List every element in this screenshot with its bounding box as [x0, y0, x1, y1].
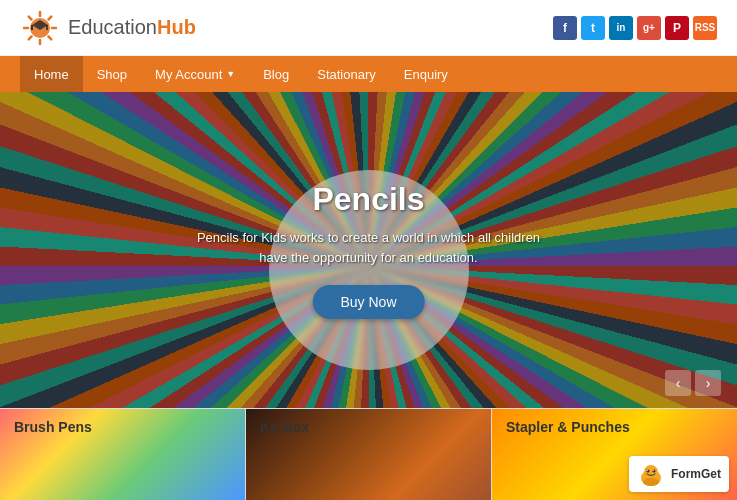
svg-point-18 [653, 470, 654, 471]
formget-badge: FormGet [629, 456, 729, 492]
card-kit-box-label: Kit Box [260, 419, 309, 435]
svg-line-6 [49, 36, 52, 39]
svg-point-17 [647, 470, 648, 471]
svg-line-7 [49, 16, 52, 19]
rss-icon[interactable]: RSS [693, 16, 717, 40]
formget-mascot-icon [637, 460, 665, 488]
svg-line-5 [29, 16, 32, 19]
logo[interactable]: EducationHub [20, 8, 196, 48]
hero-next-button[interactable]: › [695, 370, 721, 396]
linkedin-icon[interactable]: in [609, 16, 633, 40]
svg-point-16 [643, 478, 659, 486]
card-kit-box[interactable]: Kit Box [246, 409, 492, 500]
svg-point-13 [644, 465, 658, 479]
nav-item-shop[interactable]: Shop [83, 56, 141, 92]
svg-point-14 [646, 470, 649, 473]
hero-navigation: ‹ › [665, 370, 721, 396]
logo-icon [20, 8, 60, 48]
card-stapler-punches-label: Stapler & Punches [506, 419, 630, 435]
googleplus-icon[interactable]: g+ [637, 16, 661, 40]
svg-line-8 [29, 36, 32, 39]
twitter-icon[interactable]: t [581, 16, 605, 40]
product-cards-row: Brush Pens Kit Box Stapler & Punches For… [0, 408, 737, 500]
buy-now-button[interactable]: Buy Now [312, 285, 424, 319]
card-brush-pens-label: Brush Pens [14, 419, 92, 435]
site-header: EducationHub f t in g+ P RSS [0, 0, 737, 56]
nav-item-home[interactable]: Home [20, 56, 83, 92]
hero-prev-button[interactable]: ‹ [665, 370, 691, 396]
card-stapler-punches[interactable]: Stapler & Punches FormGet [492, 409, 737, 500]
svg-rect-10 [46, 25, 48, 30]
hero-subtitle: Pencils for Kids works to create a world… [184, 228, 553, 267]
nav-item-stationary[interactable]: Stationary [303, 56, 390, 92]
social-icons-bar: f t in g+ P RSS [553, 16, 717, 40]
formget-label: FormGet [671, 467, 721, 481]
hero-section: Pencils Pencils for Kids works to create… [0, 92, 737, 408]
nav-item-my-account[interactable]: My Account ▼ [141, 56, 249, 92]
nav-item-enquiry[interactable]: Enquiry [390, 56, 462, 92]
svg-point-15 [652, 470, 655, 473]
facebook-icon[interactable]: f [553, 16, 577, 40]
hero-title: Pencils [184, 181, 553, 218]
pinterest-icon[interactable]: P [665, 16, 689, 40]
main-nav: Home Shop My Account ▼ Blog Stationary E… [0, 56, 737, 92]
hero-content: Pencils Pencils for Kids works to create… [184, 181, 553, 319]
card-brush-pens[interactable]: Brush Pens [0, 409, 246, 500]
my-account-arrow: ▼ [226, 69, 235, 79]
nav-item-blog[interactable]: Blog [249, 56, 303, 92]
logo-text: EducationHub [68, 16, 196, 39]
